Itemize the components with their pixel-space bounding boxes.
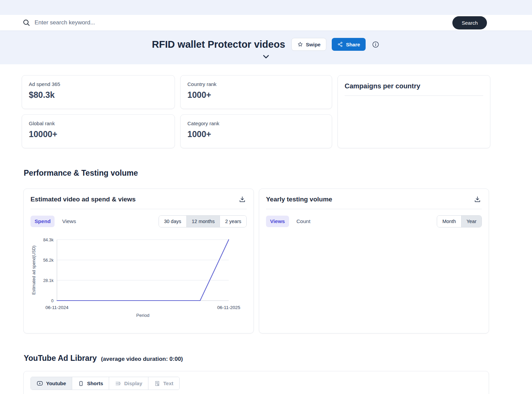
swipe-label: Swipe xyxy=(306,42,321,47)
stat-card-global-rank: Global rank 10000+ xyxy=(22,114,175,148)
search-bar: Search xyxy=(0,15,532,30)
spend-card-title: Estimated video ad spend & views xyxy=(30,196,136,203)
youtube-icon xyxy=(37,380,43,387)
star-icon xyxy=(297,41,303,47)
text-search-icon xyxy=(154,380,160,387)
svg-text:84.3k: 84.3k xyxy=(43,238,54,242)
swipe-button[interactable]: Swipe xyxy=(291,38,326,51)
stat-label: Category rank xyxy=(187,121,325,126)
campaigns-per-country-card: Campaigns per country xyxy=(337,75,490,148)
svg-text:Period: Period xyxy=(136,313,149,318)
tab-count[interactable]: Count xyxy=(292,216,314,227)
svg-text:56.2k: 56.2k xyxy=(43,258,54,263)
testing-volume-chart xyxy=(266,236,482,324)
svg-text:Estimated ad spend(USD): Estimated ad spend(USD) xyxy=(32,245,36,294)
range-month[interactable]: Month xyxy=(437,216,461,227)
download-icon[interactable] xyxy=(473,195,482,204)
tab-views[interactable]: Views xyxy=(58,216,80,227)
period-selector: Month Year xyxy=(437,215,482,227)
divider xyxy=(345,95,483,96)
range-year[interactable]: Year xyxy=(462,216,482,227)
collapse-chevron-icon[interactable] xyxy=(0,53,532,61)
tab-shorts[interactable]: Shorts xyxy=(72,377,109,390)
hero-section: RFID wallet Protector videos Swipe Share xyxy=(0,30,532,64)
library-tabs: Youtube Shorts Display Text xyxy=(30,377,180,390)
testing-volume-card: Yearly testing volume Views Count Month … xyxy=(259,189,489,333)
download-icon[interactable] xyxy=(238,195,247,204)
display-icon xyxy=(115,380,121,387)
campaigns-card-title: Campaigns per country xyxy=(345,82,483,90)
stat-value: 1000+ xyxy=(187,90,325,100)
tab-text[interactable]: Text xyxy=(148,377,179,390)
youtube-library-heading: YouTube Ad Library (average video durati… xyxy=(24,354,532,363)
views-count-tabs: Views Count xyxy=(266,216,314,227)
stat-label: Ad spend 365 xyxy=(29,81,168,87)
stat-label: Country rank xyxy=(187,81,325,87)
stat-card-ad-spend: Ad spend 365 $80.3k xyxy=(22,75,175,109)
performance-heading: Performance & Testing volume xyxy=(24,169,532,178)
svg-text:0: 0 xyxy=(51,299,54,303)
tab-spend[interactable]: Spend xyxy=(30,216,55,227)
stats-section: Ad spend 365 $80.3k Country rank 1000+ C… xyxy=(0,75,532,148)
spend-views-chart: 028.1k56.2k84.3k06-11-202406-11-2025Peri… xyxy=(30,236,247,320)
stat-card-country-rank: Country rank 1000+ xyxy=(180,75,332,109)
search-input[interactable] xyxy=(35,19,448,26)
range-2-years[interactable]: 2 years xyxy=(220,216,246,227)
top-strip xyxy=(0,0,532,15)
stat-value: 1000+ xyxy=(187,129,325,139)
testing-card-title: Yearly testing volume xyxy=(266,196,332,203)
stat-label: Global rank xyxy=(29,121,168,126)
stat-card-category-rank: Category rank 1000+ xyxy=(180,114,332,148)
youtube-library-title: YouTube Ad Library xyxy=(24,354,97,363)
tab-display[interactable]: Display xyxy=(109,377,148,390)
youtube-library-subtitle: (average video duration: 0:00) xyxy=(101,356,183,362)
svg-text:28.1k: 28.1k xyxy=(43,278,54,283)
shorts-icon xyxy=(78,380,84,387)
spend-views-tabs: Spend Views xyxy=(30,216,80,227)
share-icon xyxy=(337,41,343,47)
info-icon[interactable] xyxy=(371,40,380,49)
share-button[interactable]: Share xyxy=(332,38,366,51)
share-label: Share xyxy=(346,42,360,47)
tab-label: Youtube xyxy=(46,380,66,386)
stat-value: 10000+ xyxy=(29,129,168,139)
tab-label: Display xyxy=(124,380,142,386)
tab-youtube[interactable]: Youtube xyxy=(31,377,72,390)
range-selector: 30 days 12 months 2 years xyxy=(159,215,247,227)
spend-views-card: Estimated video ad spend & views Spend V… xyxy=(23,189,254,333)
range-30-days[interactable]: 30 days xyxy=(159,216,187,227)
search-button[interactable]: Search xyxy=(452,16,487,29)
tab-label: Text xyxy=(163,380,173,386)
svg-text:06-11-2024: 06-11-2024 xyxy=(45,305,69,310)
stat-value: $80.3k xyxy=(29,90,168,100)
youtube-ad-library-card: Youtube Shorts Display Text xyxy=(23,371,489,394)
page-title: RFID wallet Protector videos xyxy=(152,39,285,50)
range-12-months[interactable]: 12 months xyxy=(187,216,220,227)
tab-label: Shorts xyxy=(87,380,103,386)
svg-text:06-11-2025: 06-11-2025 xyxy=(217,305,240,310)
tab-views[interactable]: Views xyxy=(266,216,289,227)
search-icon xyxy=(22,19,30,27)
performance-cards: Estimated video ad spend & views Spend V… xyxy=(0,189,532,333)
